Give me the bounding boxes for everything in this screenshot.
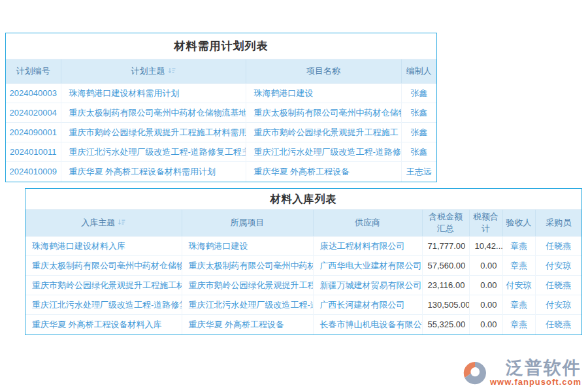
logo-text-block: 泛普软件 www.fanpusoft.com — [490, 359, 581, 387]
inbound-cell-purchaser[interactable]: 任晓燕 — [535, 237, 581, 256]
inbound-cell-inspector[interactable]: 章燕 — [502, 315, 535, 335]
inbound-cell-project[interactable]: 重庆华夏 外高桥工程设备 — [182, 315, 313, 335]
plan-col-header-plan-no: 计划编号 — [6, 59, 61, 84]
inbound-col-label: 含税金额汇总 — [429, 212, 463, 233]
plan-cell-subject[interactable]: 重庆太极制药有限公司亳州中药材仓储物流基地项目... — [61, 103, 246, 123]
inbound-cell-supplier[interactable]: 新疆万城建材贸易有限公司 — [313, 276, 422, 295]
plan-cell-plan_no[interactable]: 2024020004 — [6, 103, 61, 123]
plan-row[interactable]: 2024020004重庆太极制药有限公司亳州中药材仓储物流基地项目...重庆太极… — [6, 103, 436, 123]
inbound-cell-tax: 0.00 — [469, 276, 502, 295]
logo-swirl-icon — [463, 361, 487, 385]
sort-icon[interactable] — [168, 67, 176, 76]
sort-icon[interactable] — [118, 218, 125, 228]
plan-col-label: 编制人 — [406, 66, 432, 76]
inbound-cell-project[interactable]: 重庆市鹅岭公园绿化景观提升工程施工 — [182, 276, 313, 295]
plan-cell-project[interactable]: 珠海鹤港口建设 — [246, 84, 401, 103]
inbound-col-header-supplier: 供应商 — [313, 210, 422, 237]
plan-cell-project[interactable]: 重庆太极制药有限公司亳州中药材仓储物流... — [246, 103, 401, 123]
inbound-cell-purchaser[interactable]: 任晓燕 — [535, 276, 581, 295]
inbound-cell-subject[interactable]: 重庆市鹅岭公园绿化景观提升工程施工材料入库 — [25, 276, 182, 295]
plan-col-header-creator: 编制人 — [401, 59, 436, 84]
inbound-cell-project[interactable]: 珠海鹤港口建设 — [182, 237, 313, 256]
inbound-row[interactable]: 重庆市鹅岭公园绿化景观提升工程施工材料入库重庆市鹅岭公园绿化景观提升工程施工新疆… — [25, 276, 581, 295]
plan-col-label: 计划主题 — [131, 66, 165, 76]
inbound-col-header-purchaser: 采购员 — [535, 210, 581, 237]
inbound-col-header-project: 所属项目 — [182, 210, 313, 237]
plan-row[interactable]: 2024010011重庆江北污水处理厂级改造工程-道路修复工程主要材料重庆江北污… — [6, 142, 436, 162]
plan-cell-project[interactable]: 重庆江北污水处理厂级改造工程-道路修复工程 — [246, 142, 401, 162]
inbound-cell-tax: 10,42... — [469, 237, 502, 256]
inbound-cell-subject[interactable]: 重庆华夏 外高桥工程设备材料入库 — [25, 315, 182, 335]
plan-row[interactable]: 2024090001重庆市鹅岭公园绿化景观提升工程施工材料需用计划重庆市鹅岭公园… — [6, 123, 436, 142]
inbound-cell-purchaser[interactable]: 付安琼 — [535, 295, 581, 315]
plan-cell-creator[interactable]: 张鑫 — [401, 123, 436, 142]
inbound-col-header-inspector: 验收人 — [502, 210, 535, 237]
plan-row[interactable]: 2024040003珠海鹤港口建设材料需用计划珠海鹤港口建设张鑫 — [6, 84, 436, 103]
inbound-col-header-subject[interactable]: 入库主题 — [25, 210, 182, 237]
inbound-col-label: 所属项目 — [231, 218, 265, 227]
plan-col-label: 项目名称 — [306, 66, 340, 76]
plan-cell-subject[interactable]: 重庆华夏 外高桥工程设备材料需用计划 — [61, 162, 246, 182]
plan-cell-plan_no[interactable]: 2024010011 — [6, 142, 61, 162]
inbound-cell-subject[interactable]: 重庆太极制药有限公司亳州中药材仓储物流基... — [25, 256, 182, 276]
plan-cell-plan_no[interactable]: 2024090001 — [6, 123, 61, 142]
plan-cell-subject[interactable]: 重庆江北污水处理厂级改造工程-道路修复工程主要材料 — [61, 142, 246, 162]
inbound-cell-supplier[interactable]: 广西华电大业建材有限公司 — [313, 256, 422, 276]
inbound-cell-project[interactable]: 重庆太极制药有限公司亳州中药材仓... — [182, 256, 313, 276]
inbound-table-title: 材料入库列表 — [25, 189, 581, 209]
plan-cell-plan_no[interactable]: 2024040003 — [6, 84, 61, 103]
inbound-cell-inspector[interactable]: 付安琼 — [502, 276, 535, 295]
material-demand-plan-panel: 材料需用计划列表 计划编号 计划主题 项目名称 编制人 2024040003珠海 — [5, 33, 437, 182]
inbound-col-label: 入库主题 — [81, 218, 115, 227]
inbound-cell-inspector[interactable]: 章燕 — [502, 237, 535, 256]
inbound-cell-project[interactable]: 重庆江北污水处理厂级改造工程-道路... — [182, 295, 313, 315]
inbound-row[interactable]: 重庆太极制药有限公司亳州中药材仓储物流基...重庆太极制药有限公司亳州中药材仓.… — [25, 256, 581, 276]
plan-cell-plan_no[interactable]: 2024010009 — [6, 162, 61, 182]
inbound-cell-purchaser[interactable]: 任晓燕 — [535, 315, 581, 335]
inbound-cell-tax: 0.00 — [469, 256, 502, 276]
inbound-cell-purchaser[interactable]: 付安琼 — [535, 256, 581, 276]
plan-col-label: 计划编号 — [16, 66, 50, 76]
inbound-cell-inspector[interactable]: 章燕 — [502, 295, 535, 315]
plan-row[interactable]: 2024010009重庆华夏 外高桥工程设备材料需用计划重庆华夏 外高桥工程设备… — [6, 162, 436, 182]
inbound-col-label: 税额合计 — [473, 212, 498, 233]
plan-col-header-project: 项目名称 — [246, 59, 401, 84]
logo-brand-text: 泛普软件 — [506, 359, 581, 377]
inbound-row[interactable]: 珠海鹤港口建设材料入库珠海鹤港口建设康达工程材料有限公司71,777.0010,… — [25, 237, 581, 256]
inbound-col-label: 验收人 — [506, 218, 532, 227]
inbound-table-header-row: 入库主题 所属项目 供应商 含税金额汇总 税额合计 验收人 采购 — [25, 210, 581, 237]
inbound-cell-supplier[interactable]: 康达工程材料有限公司 — [313, 237, 422, 256]
inbound-col-header-tax: 税额合计 — [469, 210, 502, 237]
plan-cell-project[interactable]: 重庆市鹅岭公园绿化景观提升工程施工 — [246, 123, 401, 142]
inbound-cell-amount: 71,777.00 — [422, 237, 469, 256]
inbound-cell-tax: 0.00 — [469, 295, 502, 315]
inbound-col-header-amount: 含税金额汇总 — [422, 210, 469, 237]
plan-cell-creator[interactable]: 王志远 — [401, 162, 436, 182]
inbound-cell-inspector[interactable]: 章燕 — [502, 256, 535, 276]
inbound-cell-subject[interactable]: 重庆江北污水处理厂级改造工程-道路修复工程... — [25, 295, 182, 315]
inbound-cell-supplier[interactable]: 长春市博山机电设备有限公司 — [313, 315, 422, 335]
plan-cell-project[interactable]: 重庆华夏 外高桥工程设备 — [246, 162, 401, 182]
inbound-cell-amount: 23,116.00 — [422, 276, 469, 295]
inbound-cell-amount: 57,560.00 — [422, 256, 469, 276]
inbound-row[interactable]: 重庆华夏 外高桥工程设备材料入库重庆华夏 外高桥工程设备长春市博山机电设备有限公… — [25, 315, 581, 335]
inbound-cell-amount: 55,325.00 — [422, 315, 469, 335]
plan-cell-creator[interactable]: 张鑫 — [401, 142, 436, 162]
plan-cell-subject[interactable]: 珠海鹤港口建设材料需用计划 — [61, 84, 246, 103]
inbound-cell-amount: 130,505.00 — [422, 295, 469, 315]
material-demand-plan-table: 计划编号 计划主题 项目名称 编制人 2024040003珠海鹤港口建设材料需用… — [6, 59, 436, 182]
plan-col-header-subject[interactable]: 计划主题 — [61, 59, 246, 84]
inbound-cell-tax: 0.00 — [469, 315, 502, 335]
plan-cell-creator[interactable]: 张鑫 — [401, 84, 436, 103]
plan-table-header-row: 计划编号 计划主题 项目名称 编制人 — [6, 59, 436, 84]
logo-url-text: www.fanpusoft.com — [490, 377, 581, 387]
material-inbound-table: 入库主题 所属项目 供应商 含税金额汇总 税额合计 验收人 采购 — [25, 209, 581, 335]
inbound-row[interactable]: 重庆江北污水处理厂级改造工程-道路修复工程...重庆江北污水处理厂级改造工程-道… — [25, 295, 581, 315]
plan-cell-creator[interactable]: 张鑫 — [401, 103, 436, 123]
inbound-cell-supplier[interactable]: 广西长河建材有限公司 — [313, 295, 422, 315]
inbound-col-label: 采购员 — [546, 218, 571, 227]
plan-table-title: 材料需用计划列表 — [6, 33, 436, 59]
material-inbound-panel: 材料入库列表 入库主题 所属项目 供应商 含税金额汇总 税额合计 — [25, 188, 582, 335]
plan-cell-subject[interactable]: 重庆市鹅岭公园绿化景观提升工程施工材料需用计划 — [61, 123, 246, 142]
inbound-cell-subject[interactable]: 珠海鹤港口建设材料入库 — [25, 237, 182, 256]
